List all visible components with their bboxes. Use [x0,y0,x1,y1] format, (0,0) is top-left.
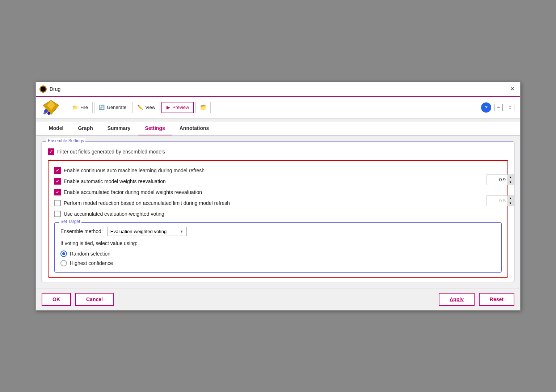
file-menu-button[interactable]: 📁 File [68,102,93,113]
preview-label: Preview [172,105,189,110]
auto-weights-checkbox[interactable] [54,178,61,185]
continuous-learning-checkbox[interactable] [54,167,61,174]
tab-summary[interactable]: Summary [100,122,138,135]
ensemble-method-dropdown[interactable]: Evaluation-weighted voting ▼ [107,227,187,236]
spinboxes-panel: ▲ ▼ ▲ ▼ [486,174,514,206]
help-button[interactable]: ? [481,102,491,113]
reset-button[interactable]: Reset [479,293,514,306]
accumulated-factor-checkbox[interactable] [54,189,61,195]
apply-label-underline: Apply [450,296,464,302]
random-selection-label: Random selection [70,251,110,257]
ensemble-method-row: Ensemble method: Evaluation-weighted vot… [60,227,496,236]
toolbar: 📁 File 🔄 Generate ✏️ View ▶ Preview 🗂️ ?… [36,97,520,119]
tab-bar: Model Graph Summary Settings Annotations [36,122,520,136]
continuous-learning-label: Enable continuous auto machine learning … [64,168,205,173]
continuous-learning-row: Enable continuous auto machine learning … [54,165,502,176]
random-selection-radio[interactable] [60,250,67,257]
set-target-label: Set Target [59,219,81,224]
ensemble-method-label: Ensemble method: [60,228,103,234]
filter-fields-row: Filter out fields generated by ensembled… [48,146,508,157]
model-reduction-spinbox[interactable]: ▲ ▼ [486,195,514,206]
ensemble-method-value: Evaluation-weighted voting [110,229,167,234]
svg-point-5 [43,112,46,114]
svg-point-4 [47,112,50,115]
red-border-section: Enable continuous auto machine learning … [48,160,508,278]
accumulated-factor-row: Enable accumulated factor during model w… [54,187,502,198]
voting-tied-label: If voting is tied, select value using: [60,240,496,246]
dropdown-arrow-icon: ▼ [180,229,184,233]
tab-graph[interactable]: Graph [71,122,100,135]
accumulated-voting-row: Use accumulated evaluation-weighted voti… [54,208,502,219]
main-window: Drug ✕ 📁 File 🔄 Generate [35,82,521,311]
accumulated-factor-label: Enable accumulated factor during model w… [64,189,202,195]
tab-settings[interactable]: Settings [138,122,172,135]
generate-icon: 🔄 [99,105,105,110]
ok-label: OK [52,296,60,302]
spinbox-down-1[interactable]: ▼ [507,180,514,185]
preview-icon: ▶ [167,105,170,110]
reset-label: Reset [490,296,504,302]
spinbox-up-2[interactable]: ▲ [507,196,514,201]
footer-right-buttons: Apply Reset [439,293,514,306]
view-label: View [145,105,155,110]
footer-left-buttons: OK Cancel [42,293,114,306]
highest-confidence-row: Highest confidence [60,258,496,268]
set-target-group: Set Target Ensemble method: Evaluation-w… [54,222,502,273]
window-title: Drug [50,86,60,92]
spinbox-buttons-1: ▲ ▼ [507,175,514,185]
file-icon: 📁 [72,105,78,110]
cancel-button[interactable]: Cancel [75,293,114,306]
model-reduction-input[interactable] [487,197,507,204]
accumulated-voting-label: Use accumulated evaluation-weighted voti… [64,211,164,217]
minimize-button[interactable]: ─ [494,104,503,111]
accumulated-voting-checkbox[interactable] [54,211,61,217]
main-content: Ensemble Settings Filter out fields gene… [36,136,520,288]
title-bar-controls: ✕ [508,85,517,93]
apply-button[interactable]: Apply [439,293,475,306]
red-box-wrapper: Enable continuous auto machine learning … [48,160,508,278]
title-bar: Drug ✕ [36,82,520,97]
spinbox-down-2[interactable]: ▼ [507,201,514,206]
ensemble-settings-group: Ensemble Settings Filter out fields gene… [42,142,514,282]
generate-menu-button[interactable]: 🔄 Generate [94,102,131,113]
accumulated-factor-spinbox[interactable]: ▲ ▼ [486,174,514,185]
spinbox-up-1[interactable]: ▲ [507,175,514,180]
model-reduction-row: Perform model reduction based on accumul… [54,198,502,208]
tab-annotations[interactable]: Annotations [172,122,216,135]
generate-label: Generate [107,105,126,110]
filter-fields-label: Filter out fields generated by ensembled… [57,149,165,155]
auto-weights-label: Enable automatic model weights reevaluat… [64,178,166,184]
footer: OK Cancel Apply Reset [36,288,520,310]
app-logo [42,100,60,115]
grid-button[interactable]: 🗂️ [195,102,211,113]
highest-confidence-label: Highest confidence [70,260,113,266]
maximize-button[interactable]: □ [506,104,514,111]
title-bar-left: Drug [39,85,60,93]
model-reduction-label: Perform model reduction based on accumul… [64,200,230,206]
highest-confidence-radio[interactable] [60,260,67,266]
ok-button[interactable]: OK [42,293,71,306]
tab-model[interactable]: Model [42,122,71,135]
close-button[interactable]: ✕ [508,85,517,93]
app-icon [39,85,47,93]
toolbar-right: ? ─ □ [481,102,514,113]
ensemble-settings-label: Ensemble Settings [46,138,85,143]
filter-fields-checkbox[interactable] [48,148,54,155]
view-menu-button[interactable]: ✏️ View [132,102,160,113]
spinbox-buttons-2: ▲ ▼ [507,196,514,206]
model-reduction-checkbox[interactable] [54,200,61,206]
svg-point-0 [41,87,46,92]
random-selection-row: Random selection [60,249,496,258]
view-icon: ✏️ [137,105,143,110]
grid-icon: 🗂️ [200,105,206,110]
accumulated-factor-input[interactable] [487,176,507,183]
preview-button[interactable]: ▶ Preview [161,102,194,113]
file-label: File [80,105,88,110]
cancel-label: Cancel [86,296,103,302]
apply-label: Apply [450,296,464,302]
auto-weights-row: Enable automatic model weights reevaluat… [54,176,502,187]
